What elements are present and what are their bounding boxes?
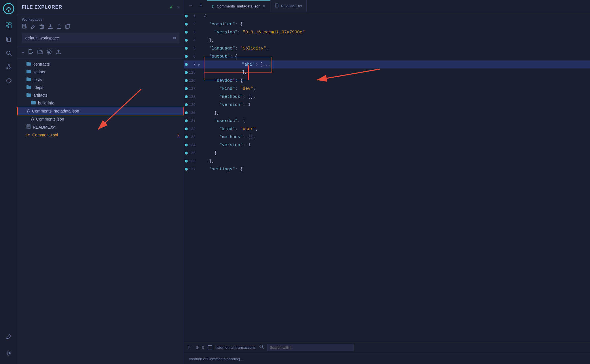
svg-point-41	[260, 345, 263, 348]
app-logo[interactable]	[2, 2, 15, 15]
search-with-input[interactable]	[267, 344, 354, 351]
tab-readme[interactable]: README.txt	[270, 0, 307, 12]
code-line-127: "kind": "dev",	[202, 85, 590, 93]
folder-icon	[31, 100, 36, 105]
activity-diamond-icon[interactable]	[2, 74, 15, 87]
folder-icon	[26, 85, 31, 90]
file-readme[interactable]: README.txt	[17, 123, 184, 131]
code-line-135: }	[202, 149, 590, 157]
bottom-search-icon[interactable]	[259, 344, 264, 350]
activity-explorer-icon[interactable]	[2, 19, 15, 32]
code-line-128: "methods": {},	[202, 93, 590, 101]
code-line-132: "kind": "user",	[202, 125, 590, 133]
folder-contracts-label: contracts	[33, 62, 50, 66]
listen-checkbox[interactable]	[208, 345, 212, 350]
svg-rect-28	[67, 24, 70, 28]
svg-point-15	[8, 352, 10, 354]
workspace-selector[interactable]: default_workspace ⊕	[22, 33, 179, 43]
upload-icon[interactable]	[56, 24, 62, 31]
activity-search-icon[interactable]	[2, 47, 15, 59]
fold-all-icon[interactable]: ⩗	[188, 345, 192, 350]
activity-bar	[0, 0, 17, 364]
file-comments-sol-label: Comments.sol	[32, 133, 58, 137]
code-line-3: "version": "0.8.16+commit.07a7930e"	[202, 28, 590, 36]
workspaces-section: Workspaces default_workspace ⊕	[17, 14, 184, 46]
file-readme-label: README.txt	[33, 125, 56, 129]
file-txt-icon	[26, 124, 31, 130]
sidebar-header: FILE EXPLORER ✓ ›	[17, 0, 184, 14]
github-tree-icon[interactable]	[47, 49, 52, 56]
folder-icon	[26, 93, 31, 98]
svg-rect-2	[6, 23, 8, 25]
tree-collapse-icon[interactable]: ▾	[22, 50, 24, 55]
tab-comments-metadata[interactable]: {} Comments_metadata.json ✕	[207, 0, 270, 12]
chevron-right-icon[interactable]: ›	[177, 5, 179, 10]
folder-artifacts-label: artifacts	[33, 93, 48, 98]
workspace-name: default_workspace	[25, 36, 59, 40]
svg-point-14	[7, 338, 8, 339]
edit-icon[interactable]	[31, 24, 36, 31]
activity-copy-icon[interactable]	[2, 33, 15, 45]
code-line-2: "compiler": {	[202, 20, 590, 28]
file-comments-json-label: Comments.json	[36, 117, 64, 121]
bottom-bar: ⩗ ⊘ 0 listen on all transactions	[184, 341, 590, 354]
folder-scripts[interactable]: scripts	[17, 68, 184, 76]
tab-comments-metadata-label: Comments_metadata.json	[217, 4, 261, 8]
svg-rect-29	[29, 49, 32, 54]
publish-tree-icon[interactable]	[56, 49, 61, 56]
activity-wrench-icon[interactable]	[2, 331, 15, 343]
zoom-out-button[interactable]: −	[187, 1, 195, 9]
code-line-7: "abi": [...	[202, 60, 590, 68]
status-text: creation of Comments pending...	[189, 356, 243, 362]
json-brace-icon2: {}	[31, 117, 34, 121]
code-line-134: "version": 1	[202, 141, 590, 149]
folder-artifacts[interactable]: artifacts	[17, 91, 184, 99]
delete-icon[interactable]	[39, 24, 44, 31]
sol-icon: ⟳	[26, 133, 30, 137]
svg-point-12	[10, 68, 11, 69]
code-line-136: },	[202, 157, 590, 165]
file-comments-json[interactable]: {} Comments.json	[17, 115, 184, 123]
checkmark-icon[interactable]: ✓	[170, 3, 173, 11]
folder-contracts[interactable]: contracts	[17, 60, 184, 68]
activity-gear-icon[interactable]	[2, 347, 15, 359]
no-listen-icon[interactable]: ⊘	[196, 345, 199, 350]
code-line-129: "version": 1	[202, 101, 590, 109]
zoom-in-button[interactable]: +	[197, 1, 205, 9]
svg-line-42	[262, 348, 263, 349]
svg-rect-5	[6, 26, 8, 28]
file-tree-toolbar: ▾	[17, 46, 184, 59]
folder-icon	[26, 62, 31, 66]
code-gutter: 1 2 3 4 5 6 7▶ 125 126 127 128 129 130	[184, 12, 202, 341]
json-brace-icon: {}	[27, 109, 30, 113]
folder-build-info[interactable]: build-info	[17, 99, 184, 107]
download-icon[interactable]	[48, 24, 53, 31]
folder-tests[interactable]: tests	[17, 76, 184, 83]
new-file-tree-icon[interactable]	[28, 49, 33, 56]
file-comments-metadata[interactable]: {} Comments_metadata.json	[17, 107, 184, 115]
workspaces-label: Workspaces	[22, 17, 179, 22]
svg-marker-13	[6, 78, 11, 83]
code-line-137: "settings": {	[202, 165, 590, 173]
main-content: − + {} Comments_metadata.json ✕ README.t…	[184, 0, 590, 364]
sol-badge: 2	[177, 133, 179, 137]
activity-git-icon[interactable]	[2, 60, 15, 73]
folder-deps[interactable]: .deps	[17, 83, 184, 91]
svg-rect-22	[40, 25, 43, 28]
folder-deps-label: .deps	[33, 85, 43, 90]
folder-tests-label: tests	[33, 77, 42, 82]
new-folder-tree-icon[interactable]	[37, 49, 43, 56]
svg-line-9	[10, 54, 11, 56]
svg-point-11	[6, 68, 8, 69]
svg-point-35	[49, 51, 50, 52]
file-tree: contracts scripts tests .deps	[17, 59, 184, 364]
sidebar-header-icons: ✓ ›	[170, 3, 179, 11]
code-content[interactable]: { "compiler": { "version": "0.8.16+commi…	[202, 12, 590, 341]
svg-rect-3	[9, 23, 11, 24]
new-file-icon[interactable]	[22, 24, 27, 31]
copy-workspace-icon[interactable]	[65, 24, 70, 31]
code-line-130: },	[202, 109, 590, 117]
file-comments-sol[interactable]: ⟳ Comments.sol 2	[17, 131, 184, 139]
svg-point-0	[3, 3, 14, 14]
tab-close-button[interactable]: ✕	[263, 4, 265, 8]
